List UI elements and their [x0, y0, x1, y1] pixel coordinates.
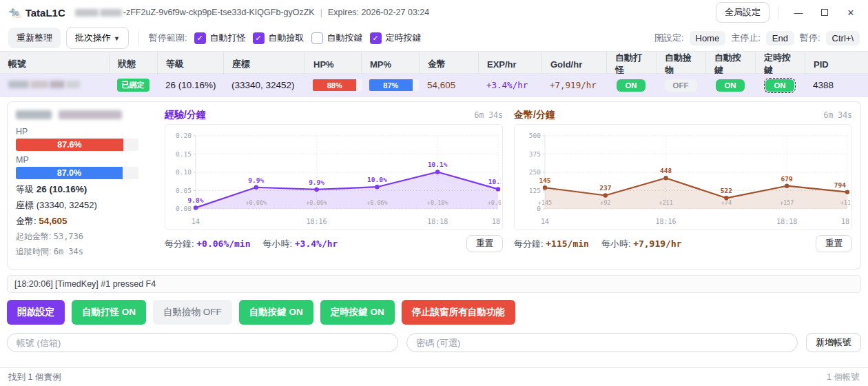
- svg-text:125: 125: [529, 187, 541, 194]
- stop-all-button[interactable]: 停止該窗所有自動功能: [402, 300, 515, 325]
- global-settings-button[interactable]: 全局設定: [716, 2, 769, 23]
- open-settings-button[interactable]: 開啟設定: [7, 300, 65, 325]
- detail-level: 等級 26 (10.16%): [16, 183, 154, 196]
- status-right: 1 個帳號: [827, 372, 860, 383]
- detail-start-gold: 起始金幣: 53,736: [16, 231, 154, 243]
- pause-checkbox-3[interactable]: ✓定時按鍵: [370, 32, 422, 44]
- app-title: TataL1C: [25, 7, 65, 19]
- detail-track-time: 追蹤時間: 6m 34s: [16, 246, 154, 258]
- hotkey-label-0: 開設定:: [654, 32, 684, 44]
- svg-text:+145: +145: [538, 199, 552, 206]
- titlebar: 🐀 TataL1C -zFF2uZ-9v6f9w-ckp9pE-tse33d-K…: [0, 0, 868, 25]
- auto-hunt-toggle[interactable]: ON: [617, 79, 645, 92]
- svg-text:14: 14: [192, 218, 200, 225]
- detail-coords: 座標 (33340, 32452): [16, 199, 154, 212]
- column-header: 金幣: [419, 52, 478, 77]
- column-header: 狀態: [109, 52, 157, 77]
- column-header: 定時按鍵: [755, 52, 805, 77]
- pause-checkbox-2[interactable]: 自動按鍵: [311, 32, 363, 44]
- pause-checkbox-1[interactable]: ✓自動撿取: [253, 32, 304, 44]
- pause-checkbox-label: 自動打怪: [210, 32, 246, 44]
- svg-text:9.8%: 9.8%: [188, 196, 204, 204]
- hp-cell: 88%: [304, 79, 361, 91]
- checkbox-checked-icon: ✓: [253, 32, 265, 44]
- svg-text:679: 679: [781, 175, 793, 183]
- gold-per-min-label: 每分鐘:: [514, 238, 544, 249]
- timed-key-toggle[interactable]: ON: [765, 79, 794, 92]
- checkbox-unchecked-icon: [311, 32, 323, 44]
- log-line: [18:20:06] [TimedKey] #1 pressed F4: [7, 275, 861, 293]
- toolbar: 重新整理 批次操作▼ 暫停範圍: ✓自動打怪✓自動撿取自動按鍵✓定時按鍵 開設定…: [0, 25, 868, 51]
- column-header: MP%: [361, 52, 419, 77]
- account-name-cell: [0, 80, 109, 90]
- hp-progress-bar: 87.6%: [16, 139, 138, 151]
- password-input[interactable]: [406, 333, 798, 352]
- gold-chart-elapsed: 6m 34s: [823, 110, 852, 120]
- svg-text:18:16: 18:16: [656, 218, 676, 225]
- svg-text:375: 375: [529, 150, 541, 158]
- auto-key-button[interactable]: 自動按鍵 ON: [239, 300, 313, 325]
- svg-text:+211: +211: [659, 199, 672, 206]
- pid-cell: 4388: [805, 80, 845, 90]
- auto-pick-button[interactable]: 自動撿物 OFF: [153, 300, 232, 325]
- column-header: 自動撿物: [656, 52, 705, 77]
- svg-text:237: 237: [599, 184, 611, 192]
- svg-text:18:: 18:: [492, 218, 501, 225]
- account-input[interactable]: [7, 333, 398, 352]
- svg-text:0.00: 0.00: [176, 205, 192, 212]
- svg-text:18:18: 18:18: [427, 218, 448, 225]
- exp-reset-button[interactable]: 重置: [466, 235, 503, 252]
- svg-text:448: 448: [660, 167, 672, 174]
- refresh-button[interactable]: 重新整理: [8, 28, 61, 48]
- hotkey-label-1: 主停止:: [731, 32, 761, 44]
- exp-chart: 0.200.150.100.050.009.8%9.9%+0.06%9.9%+0…: [165, 124, 503, 230]
- hotkey-key-1: End: [766, 31, 794, 45]
- window-controls-divider: [778, 7, 778, 18]
- chevron-down-icon: ▼: [114, 35, 120, 42]
- add-account-button[interactable]: 新增帳號: [806, 333, 861, 352]
- status-badge: 已綁定: [117, 79, 149, 92]
- svg-text:10.1%: 10.1%: [428, 161, 448, 168]
- svg-text:+0.06%: +0.06%: [488, 199, 501, 206]
- column-header: EXP/hr: [478, 52, 541, 77]
- svg-text:+0.06%: +0.06%: [245, 199, 267, 206]
- account-detail-card: HP 87.6% MP 87.0% 等級 26 (10.16%) 座標 (333…: [7, 101, 861, 270]
- status-bar: 找到 1 個實例 1 個帳號: [0, 367, 868, 386]
- hotkey-key-0: Home: [690, 31, 726, 45]
- detail-summary-panel: HP 87.6% MP 87.0% 等級 26 (10.16%) 座標 (333…: [16, 109, 154, 262]
- svg-text:18:18: 18:18: [776, 218, 797, 225]
- exp-per-hr-value: +3.4%/hr: [295, 238, 338, 249]
- maximize-button[interactable]: [813, 3, 836, 21]
- hotkey-hints: 開設定:Home主停止:End暫停:Ctrl+\: [654, 31, 860, 45]
- account-table-row[interactable]: 已綁定 26 (10.16%) (33340, 32452) 88% 87% 5…: [0, 74, 868, 97]
- svg-text:250: 250: [529, 168, 541, 176]
- svg-text:145: 145: [539, 176, 550, 184]
- auto-hunt-button[interactable]: 自動打怪 ON: [72, 300, 146, 325]
- mp-cell: 87%: [361, 79, 419, 91]
- svg-text:9.9%: 9.9%: [309, 179, 324, 186]
- gold-per-hour-cell: +7,919/hr: [541, 80, 606, 90]
- svg-text:9.9%: 9.9%: [248, 176, 264, 184]
- pause-checkbox-0[interactable]: ✓自動打怪: [194, 32, 246, 44]
- exp-chart-panel: 經驗/分鐘 6m 34s 0.200.150.100.050.009.8%9.9…: [165, 109, 503, 262]
- svg-text:+92: +92: [600, 199, 610, 206]
- column-header: PID: [805, 52, 845, 77]
- svg-text:14: 14: [541, 218, 549, 225]
- accounts-table-header: 帳號狀態等級座標HP%MP%金幣EXP/hrGold/hr自動打怪自動撿物自動按…: [0, 51, 868, 74]
- minimize-button[interactable]: —: [787, 3, 810, 21]
- exp-per-hour-cell: +3.4%/hr: [478, 80, 541, 90]
- character-name-redacted: [16, 110, 154, 121]
- pause-checkbox-label: 自動撿取: [269, 32, 304, 44]
- batch-actions-dropdown[interactable]: 批次操作▼: [66, 27, 129, 49]
- gold-reset-button[interactable]: 重置: [816, 235, 852, 252]
- timed-key-button[interactable]: 定時按鍵 ON: [320, 300, 395, 325]
- close-button[interactable]: ✕: [839, 3, 862, 21]
- svg-text:0.05: 0.05: [176, 187, 192, 194]
- app-logo-icon: 🐀: [8, 6, 21, 19]
- gold-cell: 54,605: [419, 80, 478, 90]
- maximize-icon: [821, 9, 828, 16]
- svg-text:0.20: 0.20: [176, 132, 192, 139]
- auto-pick-toggle[interactable]: OFF: [665, 79, 697, 92]
- auto-key-toggle[interactable]: ON: [716, 79, 744, 92]
- gold-chart-panel: 金幣/分鐘 6m 34s 5003752501250145+145237+924…: [514, 109, 852, 262]
